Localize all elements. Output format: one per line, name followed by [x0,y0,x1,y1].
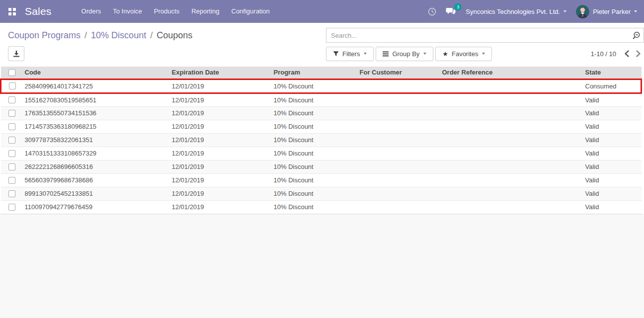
for-customer-cell [358,93,440,106]
filters-button[interactable]: Filters [326,47,374,61]
row-checkbox[interactable] [8,204,15,211]
menu-item-to-invoice[interactable]: To Invoice [107,0,148,23]
breadcrumb: Coupon Programs/10% Discount/Coupons [8,28,326,43]
table-row[interactable]: 17145735363180968215 12/01/2019 10% Disc… [1,120,642,133]
user-name: Pieter Parker [593,8,631,15]
column-header-state[interactable]: State [583,67,642,79]
table-row[interactable]: 8991307025452133851 12/01/2019 10% Disco… [1,187,642,200]
order-reference-cell [440,187,583,200]
code-cell: 1100970942779676459 [23,200,170,214]
expiration-date-cell: 12/01/2019 [170,173,272,187]
caret-down-icon [482,53,485,55]
column-header-order-reference[interactable]: Order Reference [440,67,583,79]
checkbox-cell [1,93,23,106]
order-reference-cell [440,160,583,173]
for-customer-cell [358,173,440,187]
table-row[interactable]: 5656039799686738686 12/01/2019 10% Disco… [1,173,642,187]
table-row[interactable]: 14703151333108657329 12/01/2019 10% Disc… [1,147,642,160]
state-cell: Valid [583,133,642,147]
company-switcher[interactable]: Synconics Technologies Pvt. Ltd. [466,8,566,15]
message-count-badge: 3 [454,3,462,10]
menu-item-products[interactable]: Products [148,0,185,23]
expiration-date-cell: 12/01/2019 [170,106,272,120]
code-cell: 17145735363180968215 [23,120,170,133]
menu-item-reporting[interactable]: Reporting [185,0,225,23]
column-header-for-customer[interactable]: For Customer [358,67,440,79]
column-header-program[interactable]: Program [272,67,358,79]
table-row[interactable]: 3097787358322061351 12/01/2019 10% Disco… [1,133,642,147]
column-header-code[interactable]: Code [23,67,170,79]
list-view-content: Code Expiration Date Program For Custome… [0,67,644,318]
search-input[interactable] [326,28,644,43]
code-cell: 3097787358322061351 [23,133,170,147]
checkbox-cell [1,160,23,173]
row-checkbox[interactable] [8,177,15,184]
table-row[interactable]: 2584099614017341725 12/01/2019 10% Disco… [1,79,642,93]
apps-grid-icon[interactable] [5,4,19,18]
checkbox-cell [1,187,23,200]
menu-item-orders[interactable]: Orders [76,0,107,23]
for-customer-cell [358,120,440,133]
code-cell: 14703151333108657329 [23,147,170,160]
row-checkbox[interactable] [8,96,15,103]
caret-down-icon [423,53,426,55]
row-checkbox[interactable] [8,123,15,130]
table-row[interactable]: 17635135550734151536 12/01/2019 10% Disc… [1,106,642,120]
program-cell: 10% Discount [272,187,358,200]
code-cell: 17635135550734151536 [23,106,170,120]
expiration-date-cell: 12/01/2019 [170,79,272,93]
expiration-date-cell: 12/01/2019 [170,120,272,133]
messages-chat-icon[interactable]: 3 [446,7,456,16]
search-icon[interactable] [632,31,641,41]
for-customer-cell [358,200,440,214]
user-menu[interactable]: Pieter Parker [576,5,637,18]
activities-clock-icon[interactable] [428,7,436,16]
order-reference-cell [440,147,583,160]
order-reference-cell [440,93,583,106]
pager-range[interactable]: 1-10 / 10 [591,50,616,58]
breadcrumb-10-discount[interactable]: 10% Discount [91,30,146,40]
select-all-checkbox[interactable] [8,69,15,76]
search-controls: Filters Group By ★ Favorites 1-10 / 10 [326,47,644,61]
state-cell: Valid [583,173,642,187]
star-icon: ★ [442,51,448,57]
checkbox-cell [1,200,23,214]
code-cell: 2622221268696605316 [23,160,170,173]
row-checkbox[interactable] [8,137,15,144]
export-download-button[interactable] [8,46,24,61]
table-row[interactable]: 2622221268696605316 12/01/2019 10% Disco… [1,160,642,173]
program-cell: 10% Discount [272,120,358,133]
row-checkbox[interactable] [8,163,15,170]
column-header-expiration-date[interactable]: Expiration Date [170,67,272,79]
pager: 1-10 / 10 [591,49,644,58]
breadcrumb-current: Coupons [157,30,192,40]
table-header-row: Code Expiration Date Program For Custome… [1,67,642,79]
program-cell: 10% Discount [272,133,358,147]
control-panel: Coupon Programs/10% Discount/Coupons [0,23,644,67]
pager-next-button[interactable] [635,49,642,58]
row-checkbox[interactable] [8,110,15,117]
table-row[interactable]: 15516270830519585651 12/01/2019 10% Disc… [1,93,642,106]
for-customer-cell [358,160,440,173]
group-by-button[interactable]: Group By [376,47,433,61]
program-cell: 10% Discount [272,160,358,173]
breadcrumb-coupon-programs[interactable]: Coupon Programs [8,30,80,40]
expiration-date-cell: 12/01/2019 [170,160,272,173]
code-cell: 2584099614017341725 [23,79,170,93]
order-reference-cell [440,173,583,187]
checkbox-cell [1,173,23,187]
order-reference-cell [440,200,583,214]
coupon-table-body: 2584099614017341725 12/01/2019 10% Disco… [1,79,642,214]
row-checkbox[interactable] [8,190,15,197]
pager-previous-button[interactable] [623,49,631,58]
row-checkbox[interactable] [8,150,15,157]
table-row[interactable]: 1100970942779676459 12/01/2019 10% Disco… [1,200,642,214]
expiration-date-cell: 12/01/2019 [170,147,272,160]
favorites-button[interactable]: ★ Favorites [435,47,492,61]
checkbox-cell [1,120,23,133]
app-title[interactable]: Sales [25,5,52,17]
state-cell: Valid [583,106,642,120]
select-all-header [1,67,23,79]
row-checkbox[interactable] [9,82,16,89]
menu-item-configuration[interactable]: Configuration [226,0,276,23]
